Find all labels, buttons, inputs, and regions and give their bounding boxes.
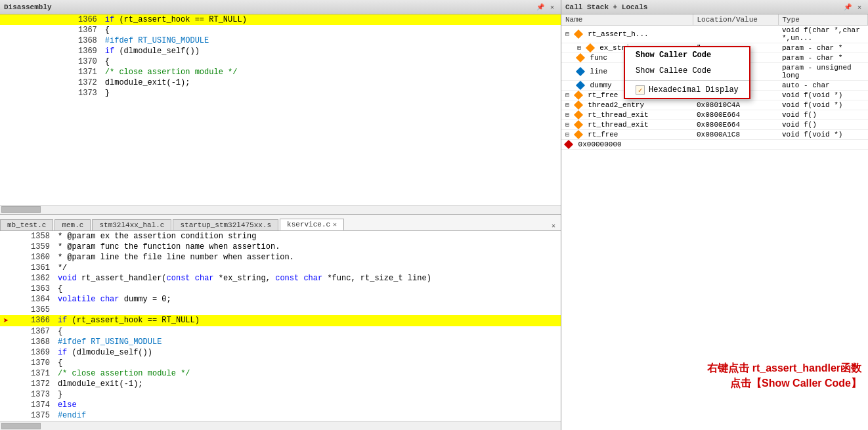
cs-type-cell — [778, 140, 868, 150]
cs-name-cell: ⊞ rt_thread_exit — [561, 120, 693, 130]
code-content: */ — [55, 263, 561, 273]
cs-name-cell: ⊞ rt_assert_h... — [561, 26, 693, 43]
cs-row-null-addr[interactable]: 0x00000000 — [561, 140, 868, 150]
arrow-cell — [0, 337, 12, 347]
menu-item-hex-display[interactable]: ✓ Hexadecimal Display — [625, 82, 749, 98]
tab-mem[interactable]: mem.c — [54, 219, 91, 230]
table-row: 1369 if (dlmodule_self()) — [0, 347, 561, 358]
code-content: } — [55, 389, 561, 400]
table-row: 1358 * @param ex the assertion condition… — [0, 231, 561, 242]
col-location: Location/Value — [693, 14, 778, 26]
pin-icon[interactable]: 📌 — [536, 3, 545, 12]
line-number: 1360 — [12, 252, 55, 263]
cs-type-cell: param - char * — [778, 43, 868, 53]
arrow-cell — [0, 379, 12, 389]
expand-icon[interactable]: ⊞ — [565, 102, 569, 109]
line-number: 1358 — [12, 231, 55, 242]
arrow-cell — [0, 242, 12, 252]
expand-icon[interactable]: ⊞ — [577, 45, 581, 52]
diamond-icon — [576, 53, 585, 62]
cs-row-rt-free-2[interactable]: ⊞ rt_free 0x0800A1C8 void f(void *) — [561, 130, 868, 140]
code-content: if (rt_assert_hook == RT_NULL) — [102, 14, 561, 25]
code-content: { — [102, 56, 561, 67]
expand-icon[interactable]: ⊞ — [565, 131, 569, 139]
close-icon-cs[interactable]: ✕ — [855, 3, 864, 12]
tab-close-all-icon[interactable]: ✕ — [549, 221, 558, 230]
bottom-code-area[interactable]: 1358 * @param ex the assertion condition… — [0, 231, 561, 421]
table-row: ➤ 1366 if (rt_assert_hook == RT_NULL) — [0, 315, 561, 326]
table-row: 1362 void rt_assert_handler(const char *… — [0, 273, 561, 284]
diamond-icon — [574, 91, 583, 100]
tab-close-icon[interactable]: ✕ — [333, 221, 337, 228]
arrow-cell — [0, 368, 12, 379]
menu-item-label: Hexadecimal Display — [649, 85, 739, 95]
code-content: dlmodule_exit(-1); — [102, 77, 561, 88]
tab-label: mem.c — [62, 221, 83, 229]
code-content: dlmodule_exit(-1); — [55, 379, 561, 389]
arrow-cell — [0, 389, 12, 400]
diamond-icon-blue — [576, 67, 585, 76]
callstack-panel: Call Stack + Locals 📌 ✕ Name Location/Va… — [561, 0, 868, 430]
tab-kservice[interactable]: kservice.c ✕ — [280, 219, 344, 230]
table-row: 1368 #ifdef RT_USING_MODULE — [0, 35, 561, 46]
table-row: 1372 dlmodule_exit(-1); — [0, 77, 561, 88]
table-row: 1365 — [0, 305, 561, 315]
main-container: Disassembly 📌 ✕ 1366 if (rt_assert_hook … — [0, 0, 868, 430]
arrow-cell — [0, 231, 12, 242]
tab-mb-test[interactable]: mb_test.c — [0, 219, 53, 230]
line-number: 1370 — [12, 358, 55, 368]
tab-startup[interactable]: startup_stm32l475xx.s — [173, 219, 278, 230]
menu-item-show-callee[interactable]: Show Callee Code — [625, 63, 749, 79]
menu-separator — [625, 80, 749, 81]
expand-icon[interactable]: ⊞ — [565, 121, 569, 129]
code-content: #ifdef RT_USING_MODULE — [102, 35, 561, 46]
close-icon[interactable]: ✕ — [548, 3, 557, 12]
line-number: 1368 — [0, 35, 102, 46]
hscroll-thumb-bottom[interactable] — [1, 423, 41, 429]
tab-hal[interactable]: stm32l4xx_hal.c — [92, 219, 171, 230]
cs-row-thread2[interactable]: ⊞ thread2_entry 0x08010C4A void f(void *… — [561, 100, 868, 110]
table-row: 1364 volatile char dummy = 0; — [0, 294, 561, 305]
arrow-cell — [0, 400, 12, 410]
pin-icon-cs[interactable]: 📌 — [843, 3, 852, 12]
menu-item-label: Show Callee Code — [636, 66, 711, 75]
cs-type-cell: void f(void *) — [778, 100, 868, 110]
expand-icon[interactable]: ⊞ — [565, 92, 569, 99]
bottom-hscroll[interactable] — [0, 421, 561, 430]
table-row: 1369 if (dlmodule_self()) — [0, 46, 561, 56]
table-row: 1363 { — [0, 284, 561, 294]
expand-icon[interactable]: ⊞ — [565, 31, 569, 38]
cs-row-rt-assert[interactable]: ⊞ rt_assert_h... void f(char *,char *,un… — [561, 26, 868, 43]
table-row: 1373 } — [0, 389, 561, 400]
arrow-cell — [0, 305, 12, 315]
line-number: 1362 — [12, 273, 55, 284]
disassembly-hscroll[interactable] — [0, 205, 561, 214]
arrow-cell: ➤ — [0, 315, 12, 326]
code-content: } — [102, 88, 561, 98]
line-number: 1369 — [0, 46, 102, 56]
cs-row-rt-thread-exit-1[interactable]: ⊞ rt_thread_exit 0x0800E664 void f() — [561, 110, 868, 120]
disassembly-top-code[interactable]: 1366 if (rt_assert_hook == RT_NULL) 1367… — [0, 14, 561, 205]
table-row: 1371 /* close assertion module */ — [0, 67, 561, 77]
code-content: else — [55, 400, 561, 410]
callstack-content[interactable]: Name Location/Value Type ⊞ rt_assert_h..… — [561, 14, 868, 430]
expand-icon[interactable]: ⊞ — [565, 112, 569, 119]
code-content: { — [102, 25, 561, 35]
disassembly-header: Disassembly 📌 ✕ — [0, 0, 561, 14]
line-number: 1370 — [0, 56, 102, 67]
menu-item-show-caller[interactable]: Show Caller Code — [625, 47, 749, 63]
cs-row-rt-thread-exit-2[interactable]: ⊞ rt_thread_exit 0x0800E664 void f() — [561, 120, 868, 130]
callstack-header-icons: 📌 ✕ — [843, 3, 864, 12]
cs-type-cell: void f() — [778, 110, 868, 120]
code-content: void rt_assert_handler(const char *ex_st… — [55, 273, 561, 284]
hscroll-thumb[interactable] — [1, 206, 41, 213]
diamond-icon-blue — [576, 81, 585, 90]
cs-type-cell: void f(void *) — [778, 91, 868, 100]
arrow-cell — [0, 326, 12, 337]
cs-name-cell: ⊞ rt_thread_exit — [561, 110, 693, 120]
code-content: { — [55, 358, 561, 368]
diamond-icon — [574, 100, 583, 110]
line-number: 1372 — [0, 77, 102, 88]
line-number: 1374 — [12, 400, 55, 410]
table-row: 1373 } — [0, 88, 561, 98]
